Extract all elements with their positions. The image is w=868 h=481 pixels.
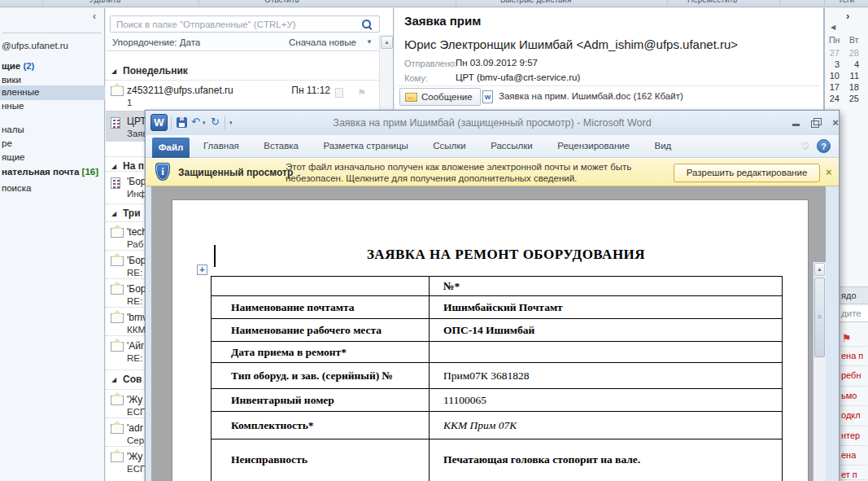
collapse-triangle-icon: ◢ (111, 68, 116, 75)
outlook-window: Удалить Ответить Быстрые действия Переме… (0, 0, 868, 481)
email-sender: 'Жу (127, 394, 142, 405)
enable-editing-button[interactable]: Разрешить редактирование (674, 164, 820, 182)
group-label: На п (123, 160, 144, 172)
document-page: ЗАЯВКА НА РЕМОНТ ОБОРУДОВАНИЯ + №* Наиме… (172, 199, 809, 481)
envelope-open-icon (111, 86, 124, 96)
envelope-open-icon (111, 285, 124, 295)
restore-button[interactable] (808, 116, 824, 129)
table-cell: ККМ Прим 07К (430, 412, 782, 439)
to-value: ЦРТ (bmv-ufa@crt-service.ru) (456, 72, 580, 82)
close-button[interactable]: × (827, 116, 844, 129)
group-label: Понедельник (123, 65, 188, 77)
email-sender: 'Бор (127, 255, 146, 266)
collapse-pane-icon[interactable]: ‹ (93, 11, 96, 22)
message-tab[interactable]: Сообщение (399, 88, 481, 106)
tracking-icon (111, 117, 120, 129)
envelope-open-icon (111, 256, 124, 266)
minimize-ribbon-icon[interactable]: ♡ (800, 141, 809, 152)
sidebar-item-sent[interactable]: вленные (2, 87, 39, 97)
email-preview: Раб (127, 239, 143, 249)
sidebar-item-drafts[interactable]: вики (2, 75, 21, 85)
collapse-triangle-icon: ◢ (111, 376, 116, 383)
document-area: ЗАЯВКА НА РЕМОНТ ОБОРУДОВАНИЯ + №* Наиме… (151, 186, 826, 481)
title-bar[interactable]: W ↶ ▾ ↻ ▾ Заявка на прим Ишимбай (защище… (146, 111, 839, 135)
table-row: Комплектность* ККМ Прим 07К (212, 412, 782, 439)
tab-page-layout[interactable]: Разметка страницы (312, 135, 418, 157)
email-subject: Заявка прим (404, 14, 481, 28)
help-icon[interactable]: ? (817, 139, 831, 153)
email-sender: 'Жу (127, 451, 142, 462)
account-header[interactable]: @ufps.ufanet.ru (2, 41, 68, 50)
sort-by-button[interactable]: Упорядочение: Дата (112, 37, 200, 47)
calendar-date[interactable]: 24 (825, 94, 840, 103)
document-title: ЗАЯВКА НА РЕМОНТ ОБОРУДОВАНИЯ (294, 247, 718, 263)
email-sender: z453211@ufps.ufanet.ru (127, 85, 233, 96)
ribbon-group-move: Переместить (687, 0, 737, 4)
word-window: W ↶ ▾ ↻ ▾ Заявка на прим Ишимбай (защище… (145, 110, 840, 481)
envelope-open-icon (111, 228, 124, 238)
list-group-monday[interactable]: ◢ Понедельник (106, 62, 379, 80)
minimize-button[interactable] (788, 116, 805, 129)
table-cell: №* (430, 277, 782, 295)
email-time: Пн 11:12 (291, 85, 330, 96)
scroll-up-icon[interactable]: ▲ (381, 36, 393, 49)
email-row[interactable]: z453211@ufps.ufanet.ru Пн 11:12 ⚑ 1 (106, 80, 379, 111)
tab-mailings[interactable]: Рассылки (480, 135, 543, 157)
group-label: Сов (123, 374, 142, 385)
flag-outline-icon[interactable]: ⚑ (357, 87, 366, 98)
email-preview: ККМ (127, 325, 146, 335)
sidebar-item-other[interactable]: ре (2, 138, 12, 148)
calendar-date[interactable]: 28 (844, 48, 859, 58)
calendar-date[interactable]: 27 (825, 48, 840, 58)
calendar-prev-icon[interactable]: ◀ (831, 24, 835, 31)
sidebar-item-outbox[interactable]: ящие (2, 152, 25, 162)
calendar-date[interactable]: 25 (844, 94, 859, 103)
shield-icon: i (155, 163, 170, 181)
weekday-label: Вт (849, 35, 858, 45)
email-sender: 'adr (127, 422, 143, 434)
calendar-date[interactable]: 10 (825, 71, 840, 81)
tab-view[interactable]: Вид (644, 135, 683, 157)
envelope-open-icon (111, 424, 124, 434)
search-box[interactable] (110, 15, 380, 33)
table-row: Тип оборуд. и зав. (серийный) № Прим07К … (212, 363, 782, 389)
scroll-up-icon[interactable]: ▲ (814, 263, 825, 276)
collapse-todo-icon[interactable]: › (846, 10, 849, 22)
tab-references[interactable]: Ссылки (422, 135, 477, 157)
scrollbar[interactable]: ▲ ≡ (813, 262, 826, 481)
email-sender: 'Бор (127, 283, 146, 295)
table-move-handle[interactable]: + (197, 265, 207, 275)
ribbon-group-delete: Удалить (89, 0, 120, 4)
ribbon-tabs: Файл Главная Вставка Разметка страницы С… (146, 135, 839, 158)
table-cell: Дата приема в ремонт* (212, 342, 430, 362)
search-icon[interactable] (362, 20, 373, 30)
tab-insert[interactable]: Вставка (253, 135, 309, 157)
tab-review[interactable]: Рецензирование (547, 135, 640, 157)
sidebar-item-search-folders[interactable]: поиска (2, 183, 31, 193)
calendar-date[interactable]: 11 (844, 71, 859, 81)
email-preview: 1 (127, 98, 132, 107)
email-preview: Сер (127, 435, 144, 445)
sidebar-item-junk[interactable]: нательная почта [16] (2, 167, 98, 177)
sidebar-item-rss[interactable]: налы (2, 125, 24, 134)
group-label: Три (123, 208, 141, 219)
table-cell (430, 342, 782, 362)
calendar-date[interactable]: 18 (844, 82, 859, 92)
tab-home[interactable]: Главная (193, 135, 250, 157)
scrollbar-thumb[interactable]: ≡ (814, 278, 825, 357)
chevron-down-icon[interactable]: ▼ (366, 38, 373, 46)
search-input[interactable] (115, 18, 351, 30)
calendar-date[interactable]: 3 (825, 59, 840, 69)
calendar-date[interactable]: 4 (844, 59, 859, 69)
collapse-triangle-icon: ◢ (111, 210, 116, 217)
tab-file[interactable]: Файл (152, 138, 190, 158)
collapse-triangle-icon: ◢ (111, 163, 116, 170)
attachment-item[interactable]: Заявка на прим. Ишимбай.doc (162 Кбайт) (499, 91, 683, 101)
table-cell (212, 277, 430, 295)
flag-icon[interactable]: ⚑ (842, 332, 852, 344)
sidebar-item-deleted[interactable]: нные (2, 101, 24, 111)
sort-order-button[interactable]: Сначала новые (289, 37, 356, 47)
close-icon[interactable]: × (826, 166, 832, 178)
calendar-date[interactable]: 17 (825, 82, 840, 92)
sidebar-item-inbox[interactable]: щие (2) (2, 61, 34, 71)
